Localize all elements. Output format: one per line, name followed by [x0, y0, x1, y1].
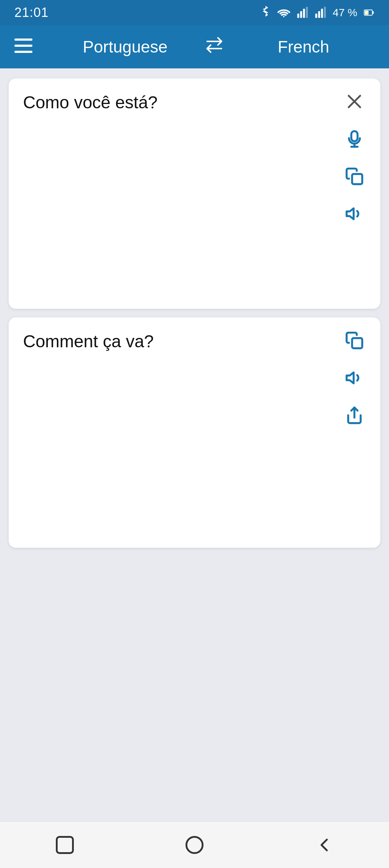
svg-point-25	[187, 837, 203, 853]
app-bar: Portuguese French	[0, 25, 389, 68]
clear-button[interactable]	[341, 89, 367, 114]
speak-translation-button[interactable]	[341, 365, 367, 391]
status-time: 21:01	[14, 5, 49, 20]
battery-icon	[364, 7, 375, 18]
svg-rect-10	[372, 11, 374, 14]
source-text[interactable]: Como você está?	[23, 93, 158, 112]
svg-marker-20	[346, 208, 354, 219]
speak-source-button[interactable]	[341, 201, 367, 227]
copy-translation-button[interactable]	[341, 327, 367, 353]
svg-rect-3	[306, 7, 308, 18]
source-card: Como você está?	[9, 78, 380, 309]
target-language[interactable]: French	[232, 37, 375, 56]
swap-languages-button[interactable]	[204, 36, 225, 58]
svg-rect-2	[303, 9, 305, 18]
svg-rect-5	[318, 11, 320, 18]
svg-rect-1	[300, 11, 302, 18]
wifi-icon	[277, 7, 290, 18]
svg-rect-6	[321, 9, 323, 18]
source-card-icons	[341, 89, 367, 227]
signal-icon-2	[315, 6, 326, 19]
share-button[interactable]	[341, 402, 367, 428]
recent-apps-button[interactable]	[43, 823, 86, 867]
svg-rect-19	[352, 174, 362, 184]
back-button[interactable]	[303, 823, 346, 867]
svg-rect-0	[297, 14, 299, 18]
translation-card-icons	[341, 327, 367, 428]
copy-source-button[interactable]	[341, 163, 367, 189]
signal-icon	[297, 6, 308, 19]
translation-card: Comment ça va?	[9, 317, 380, 548]
svg-rect-13	[14, 51, 32, 53]
svg-marker-22	[346, 372, 354, 383]
status-icons: 47 %	[260, 6, 375, 19]
svg-rect-21	[352, 338, 362, 348]
nav-bar	[0, 821, 389, 868]
status-bar: 21:01 47 %	[0, 0, 389, 25]
source-language[interactable]: Portuguese	[54, 37, 196, 56]
main-content: Como você está?	[0, 68, 389, 821]
svg-rect-12	[14, 45, 32, 47]
svg-rect-24	[57, 837, 73, 853]
svg-rect-11	[14, 39, 32, 41]
home-button[interactable]	[173, 823, 216, 867]
battery-text: 47 %	[333, 6, 357, 19]
translation-text[interactable]: Comment ça va?	[23, 332, 154, 351]
bluetooth-icon	[260, 6, 271, 19]
svg-rect-16	[351, 131, 357, 141]
svg-rect-4	[315, 14, 317, 18]
svg-rect-7	[324, 7, 326, 18]
microphone-button[interactable]	[341, 126, 367, 152]
hamburger-menu-button[interactable]	[14, 38, 32, 56]
